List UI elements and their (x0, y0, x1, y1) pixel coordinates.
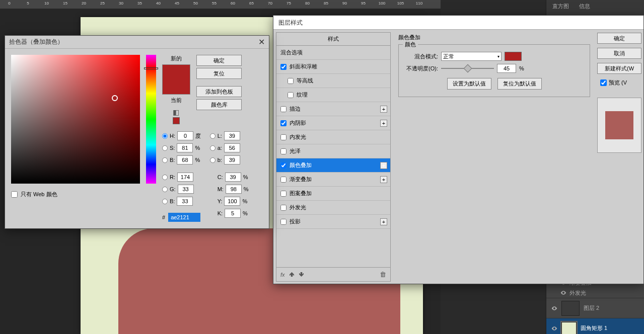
layer-effect-outerglow[interactable]: 外发光 (546, 288, 644, 298)
web-only-checkbox[interactable] (11, 191, 18, 198)
y-input[interactable] (224, 197, 240, 206)
checkbox-gradient-overlay[interactable] (280, 177, 287, 183)
lb-input[interactable] (224, 155, 240, 164)
arrow-up-icon[interactable]: 🡹 (289, 272, 295, 278)
style-settings: 颜色叠加 颜色 混合模式: 正常▾ 不透明度(O): % (393, 30, 595, 284)
layer-row-layer2[interactable]: 图层 2 (546, 298, 644, 318)
c-input[interactable] (225, 173, 241, 182)
style-stroke[interactable]: 描边+ (276, 102, 390, 116)
checkbox-satin[interactable] (280, 148, 287, 154)
r-input[interactable] (177, 173, 193, 182)
radio-b[interactable] (162, 157, 168, 163)
hex-label: # (162, 214, 165, 220)
checkbox-drop-shadow[interactable] (280, 219, 287, 225)
new-label: 新的 (171, 55, 182, 62)
style-drop-shadow[interactable]: 投影+ (276, 215, 390, 229)
checkbox-pattern-overlay[interactable] (280, 191, 287, 197)
checkbox-contour[interactable] (288, 78, 294, 84)
layer-row-shape[interactable]: 圆角矩形 1 (546, 318, 644, 334)
add-swatch-button[interactable]: 添加到色板 (196, 86, 242, 97)
layer-name: 图层 2 (584, 304, 599, 312)
b-input[interactable] (177, 155, 193, 164)
l-input[interactable] (224, 131, 240, 140)
close-icon[interactable]: ✕ (258, 37, 265, 47)
ok-button[interactable]: 确定 (597, 33, 641, 44)
s-input[interactable] (177, 143, 193, 152)
cancel-button[interactable]: 取消 (597, 48, 641, 59)
tab-histogram[interactable]: 直方图 (550, 1, 571, 12)
opacity-label: 不透明度(O): (403, 65, 438, 72)
hsb-rgb-group: H:度 S:% B:% R: G: B: # (162, 131, 203, 222)
checkbox-stroke[interactable] (280, 106, 287, 112)
color-field[interactable] (11, 55, 140, 184)
hex-input[interactable] (168, 213, 200, 222)
g-input[interactable] (178, 185, 194, 194)
new-style-button[interactable]: 新建样式(W (597, 63, 641, 74)
radio-bb[interactable] (162, 199, 168, 204)
current-label: 当前 (171, 97, 182, 104)
radio-s[interactable] (162, 145, 168, 151)
style-blend-options[interactable]: 混合选项 (276, 46, 390, 60)
layer-thumbnail (561, 322, 577, 335)
style-outer-glow[interactable]: 外发光 (276, 201, 390, 215)
eye-icon (551, 325, 557, 331)
checkbox-bevel[interactable] (280, 64, 287, 70)
arrow-down-icon[interactable]: 🡻 (299, 272, 304, 278)
style-inner-shadow[interactable]: 内阴影+ (276, 116, 390, 130)
m-input[interactable] (226, 185, 242, 194)
preview-label: 预览 (V (609, 79, 627, 87)
cube-icon[interactable]: ◧ (173, 108, 180, 115)
a-input[interactable] (224, 143, 240, 152)
checkbox-outer-glow[interactable] (280, 205, 287, 211)
style-pattern-overlay[interactable]: 图案叠加 (276, 187, 390, 201)
blend-mode-select[interactable]: 正常▾ (441, 52, 502, 61)
opacity-slider[interactable] (441, 65, 494, 72)
plus-icon[interactable]: + (380, 162, 387, 169)
checkbox-inner-glow[interactable] (280, 134, 287, 140)
radio-l[interactable] (210, 133, 216, 139)
fx-label[interactable]: fx (280, 272, 285, 278)
current-color[interactable] (163, 79, 190, 94)
style-texture[interactable]: 纹理 (276, 88, 390, 102)
style-inner-glow[interactable]: 内发光 (276, 130, 390, 144)
ok-button[interactable]: 确定 (196, 55, 242, 66)
reset-default-button[interactable]: 复位为默认值 (497, 78, 542, 90)
plus-icon[interactable]: + (380, 120, 387, 127)
chevron-down-icon: ▾ (497, 54, 499, 59)
mini-swatch[interactable] (173, 117, 180, 124)
libraries-button[interactable]: 颜色库 (196, 99, 242, 110)
radio-a[interactable] (210, 145, 216, 151)
checkbox-texture[interactable] (288, 92, 294, 98)
plus-icon[interactable]: + (380, 106, 387, 113)
bb-input[interactable] (177, 197, 193, 206)
style-bevel[interactable]: 斜面和浮雕 (276, 60, 390, 74)
reset-button[interactable]: 复位 (196, 68, 242, 79)
style-gradient-overlay[interactable]: 渐变叠加+ (276, 173, 390, 187)
eye-icon (551, 305, 557, 311)
styles-footer: fx 🡹 🡻 🗑 (276, 267, 390, 281)
new-current-swatch (162, 64, 190, 95)
preview-area (597, 98, 641, 153)
panel-tabs: 直方图 信息 (546, 0, 644, 12)
plus-icon[interactable]: + (380, 176, 387, 183)
set-default-button[interactable]: 设置为默认值 (447, 78, 491, 90)
preview-checkbox[interactable] (600, 79, 607, 86)
opacity-input[interactable] (497, 64, 516, 73)
radio-r[interactable] (162, 175, 168, 180)
radio-g[interactable] (162, 187, 168, 192)
plus-icon[interactable]: + (380, 218, 387, 225)
radio-lb[interactable] (210, 157, 216, 163)
hue-slider[interactable] (146, 55, 156, 184)
radio-h[interactable] (162, 133, 168, 139)
color-picker-dialog: 拾色器（叠加颜色） ✕ 只有 Web 颜色 新的 (5, 35, 269, 229)
k-input[interactable] (225, 209, 241, 218)
style-satin[interactable]: 光泽 (276, 144, 390, 158)
h-input[interactable] (177, 131, 193, 140)
style-contour[interactable]: 等高线 (276, 74, 390, 88)
checkbox-inner-shadow[interactable] (280, 120, 287, 126)
style-color-overlay[interactable]: 颜色叠加+ (276, 158, 390, 173)
trash-icon[interactable]: 🗑 (380, 271, 386, 278)
tab-info[interactable]: 信息 (577, 1, 592, 12)
color-swatch[interactable] (505, 52, 522, 61)
checkbox-color-overlay[interactable] (280, 162, 287, 169)
